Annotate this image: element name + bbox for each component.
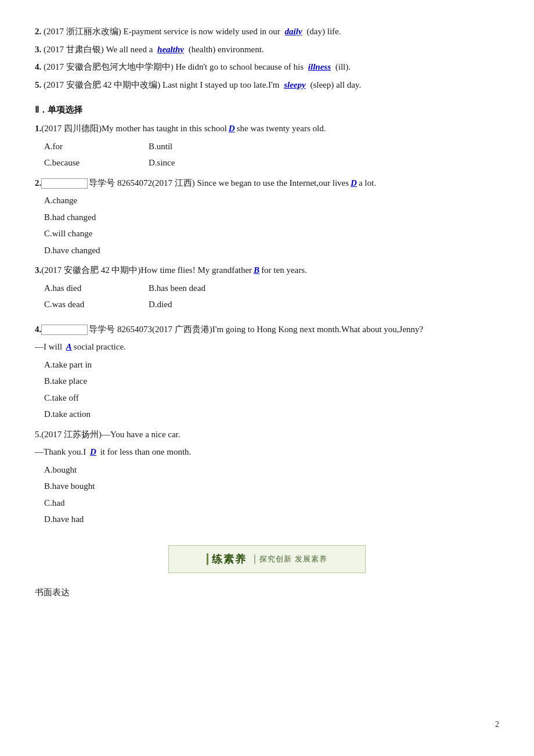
mc5-options: A.bought B.have bought C.had D.have had [44, 462, 499, 528]
q4-number: 4. [35, 62, 41, 71]
mc-question-4: 4.导学号 82654073(2017 广西贵港)I'm going to Ho… [35, 321, 499, 423]
mc5-option-b: B.have bought [44, 478, 499, 495]
question-3: 3. (2017 甘肃白银) We all need a healthy (he… [35, 41, 499, 58]
mc4-body: I'm going to Hong Kong next month.What a… [212, 325, 424, 334]
mc1-option-a: A.for [44, 138, 114, 155]
q4-text-before: He didn't go to school because of his [176, 62, 306, 71]
mc-question-1: 1.(2017 四川德阳)My mother has taught in thi… [35, 120, 499, 171]
banner-sub-text: 探究创新 发展素养 [259, 552, 327, 566]
mc3-option-c: C.was dead [44, 296, 114, 313]
q4-answer: illness [306, 62, 333, 71]
mc3-number: 3. [35, 265, 41, 275]
mc5-d2-after: it for less than one month. [98, 447, 191, 456]
mc2-after: a lot. [359, 178, 376, 188]
mc2-options: A.change B.had changed C.will change D.h… [44, 192, 499, 258]
mc1-body: My mother has taught in this school [102, 124, 227, 133]
mc3-text: 3.(2017 安徽合肥 42 中期中)How time flies! My g… [35, 262, 499, 279]
mc1-options-row2: C.because D.since [44, 154, 499, 171]
mc-section: Ⅱ．单项选择 1.(2017 四川德阳)My mother has taught… [35, 102, 499, 528]
mc2-blank-box [41, 178, 88, 189]
mc4-blank-box [41, 325, 88, 335]
mc3-option-a: A.has died [44, 280, 114, 297]
mc5-dialogue2: —Thank you.I D it for less than one mont… [35, 444, 499, 460]
mc-question-3: 3.(2017 安徽合肥 42 中期中)How time flies! My g… [35, 262, 499, 313]
fill-blank-section: 2. (2017 浙江丽水改编) E-payment service is no… [35, 23, 499, 93]
mc5-option-d: D.have had [44, 511, 499, 528]
q3-text-before: We all need a [106, 45, 156, 54]
mc4-dialogue-after: social practice. [74, 342, 126, 351]
mc2-option-c: C.will change [44, 225, 499, 242]
q5-text-after: (sleep) all day. [308, 80, 362, 89]
mc2-text: 2.导学号 82654072(2017 江西) Since we began t… [35, 175, 499, 192]
mc3-option-d: D.died [149, 296, 218, 313]
mc2-number: 2. [35, 178, 41, 188]
mc3-options: A.has died B.has been dead C.was dead D.… [44, 280, 499, 313]
liansuyang-banner: 练素养 ｜ 探究创新 发展素养 [168, 545, 366, 573]
mc5-answer: D [88, 447, 98, 456]
mc2-option-b: B.had changed [44, 209, 499, 226]
q2-text-before: E-payment service is now widely used in … [124, 27, 283, 36]
mc5-number: 5. [35, 430, 41, 439]
mc4-answer: A [64, 342, 74, 351]
mc1-options-row1: A.for B.until [44, 138, 499, 155]
q2-number: 2. [35, 27, 41, 36]
banner-bar-left [207, 553, 208, 565]
mc2-answer: D [349, 178, 359, 188]
q3-number: 3. [35, 45, 41, 54]
q5-number: 5. [35, 80, 41, 89]
q3-answer: healthy [155, 45, 186, 54]
mc1-option-d: D.since [149, 154, 218, 171]
page: 2. (2017 浙江丽水改编) E-payment service is no… [35, 23, 499, 732]
q4-text-after: (ill). [333, 62, 351, 71]
q2-source: (2017 浙江丽水改编) [44, 27, 121, 36]
banner-separator: ｜ [250, 550, 259, 567]
mc1-number: 1. [35, 124, 41, 133]
mc4-option-c: C.take off [44, 390, 499, 406]
question-5: 5. (2017 安徽合肥 42 中期中改编) Last night I sta… [35, 77, 499, 93]
mc4-option-d: D.take action [44, 406, 499, 423]
q2-text-after: (day) life. [305, 27, 341, 36]
question-4: 4. (2017 安徽合肥包河大地中学期中) He didn't go to s… [35, 59, 499, 75]
mc2-source: 导学号 82654072(2017 江西) Since we began to … [89, 178, 349, 188]
mc5-source: (2017 江苏扬州) [41, 430, 102, 439]
mc3-after: for ten years. [261, 265, 307, 275]
mc4-option-a: A.take part in [44, 357, 499, 373]
mc4-dialogue-before: —I will [35, 342, 64, 351]
q2-answer: daily [283, 27, 305, 36]
q5-text-before: Last night I stayed up too late.I'm [163, 80, 282, 89]
mc1-after: she was twenty years old. [237, 124, 326, 133]
writing-label: 书面表达 [35, 588, 70, 597]
q5-source: (2017 安徽合肥 42 中期中改编) [44, 80, 160, 89]
mc4-number: 4. [35, 325, 41, 334]
mc3-options-row1: A.has died B.has been dead [44, 280, 499, 297]
mc1-source: (2017 四川德阳) [41, 124, 102, 133]
mc-section-label: Ⅱ．单项选择 [35, 102, 499, 118]
mc5-option-a: A.bought [44, 462, 499, 478]
mc1-option-c: C.because [44, 154, 114, 171]
mc5-d2-before: —Thank you.I [35, 447, 88, 456]
question-2: 2. (2017 浙江丽水改编) E-payment service is no… [35, 23, 499, 40]
mc3-options-row2: C.was dead D.died [44, 296, 499, 313]
mc2-option-a: A.change [44, 192, 499, 209]
mc4-dialogue: —I will Asocial practice. [35, 339, 499, 355]
mc4-text: 4.导学号 82654073(2017 广西贵港)I'm going to Ho… [35, 321, 499, 338]
banner-main-text: 练素养 [212, 550, 247, 568]
mc-question-2: 2.导学号 82654072(2017 江西) Since we began t… [35, 175, 499, 259]
q3-text-after: (health) environment. [186, 45, 264, 54]
q3-source: (2017 甘肃白银) [44, 45, 104, 54]
mc-question-5: 5.(2017 江苏扬州)—You have a nice car. —Than… [35, 426, 499, 528]
mc4-options: A.take part in B.take place C.take off D… [44, 357, 499, 423]
writing-section: 书面表达 [35, 585, 499, 600]
mc5-dialogue1: 5.(2017 江苏扬州)—You have a nice car. [35, 426, 499, 443]
mc1-text: 1.(2017 四川德阳)My mother has taught in thi… [35, 120, 499, 137]
mc5-option-c: C.had [44, 495, 499, 512]
page-number: 2 [495, 717, 499, 732]
mc3-source: (2017 安徽合肥 42 中期中) [41, 265, 140, 275]
mc1-answer: D [227, 124, 237, 133]
mc3-option-b: B.has been dead [149, 280, 218, 297]
mc5-d1: —You have a nice car. [102, 430, 181, 439]
mc4-option-b: B.take place [44, 373, 499, 390]
q4-source: (2017 安徽合肥包河大地中学期中) [44, 62, 174, 71]
q5-answer: sleepy [282, 80, 308, 89]
mc2-option-d: D.have changed [44, 242, 499, 259]
